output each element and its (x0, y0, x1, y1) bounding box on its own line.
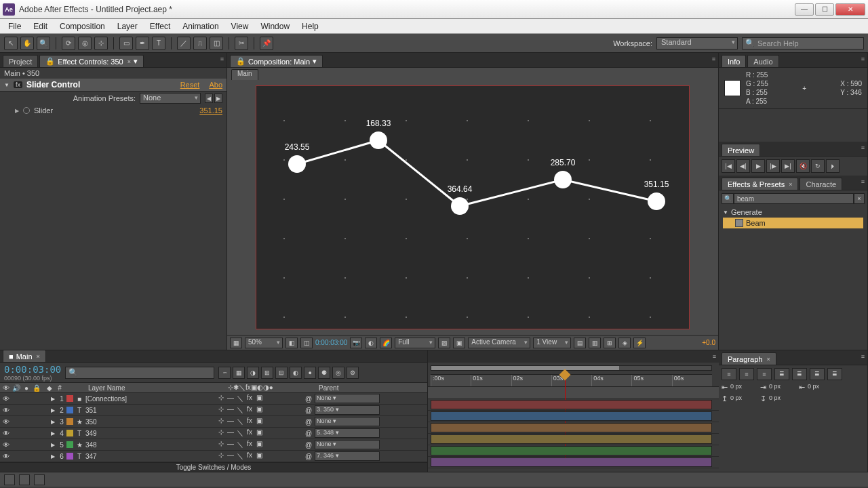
snapshot-icon[interactable]: 📷 (350, 338, 362, 348)
shape-tool-icon[interactable]: ▭ (119, 37, 133, 50)
align-left-icon[interactable]: ≡ (722, 368, 736, 380)
menu-composition[interactable]: Composition (54, 20, 111, 33)
visibility-icon[interactable]: 👁 (1, 453, 11, 460)
visibility-icon[interactable]: 👁 (1, 395, 11, 403)
align-right-icon[interactable]: ≡ (757, 368, 772, 380)
next-frame-icon[interactable]: |▶ (766, 159, 780, 173)
panel-menu-icon[interactable]: ≡ (861, 56, 865, 62)
layer-name[interactable]: 347 (84, 453, 217, 460)
minimize-button[interactable]: — (795, 3, 814, 16)
preset-next-icon[interactable]: ▶ (214, 94, 222, 103)
text-tool-icon[interactable]: T (152, 37, 165, 50)
first-frame-icon[interactable]: |◀ (722, 159, 735, 173)
twirl-right-icon[interactable]: ▶ (15, 108, 19, 114)
graph-node[interactable] (451, 197, 469, 215)
justify-last-right-icon[interactable]: ≣ (810, 368, 825, 380)
play-icon[interactable]: ▶ (751, 159, 765, 173)
layer-name[interactable]: 349 (84, 430, 217, 437)
tl-opt-1-icon[interactable]: ⎓ (218, 367, 231, 379)
tab-audio[interactable]: Audio (747, 55, 778, 67)
parent-dropdown[interactable]: 5. 348 ▾ (315, 428, 380, 438)
ram-preview-icon[interactable]: ⏵ (826, 159, 840, 173)
tab-close-icon[interactable]: × (127, 58, 131, 65)
menu-layer[interactable]: Layer (112, 20, 143, 33)
pickwhip-icon[interactable]: @ (305, 395, 313, 403)
grid-icon[interactable]: ▦ (230, 338, 242, 348)
graph-node[interactable] (288, 155, 306, 173)
graph-node[interactable] (370, 131, 387, 149)
resolution-dropdown[interactable]: Full (395, 338, 435, 348)
visibility-icon[interactable]: 👁 (1, 441, 11, 449)
parent-dropdown[interactable]: None ▾ (315, 394, 380, 403)
parent-col[interactable]: Parent (316, 384, 391, 392)
layer-switches[interactable]: ⊹—＼fx▣ (217, 428, 305, 438)
pickwhip-icon[interactable]: @ (305, 418, 313, 426)
clear-search-icon[interactable]: × (854, 193, 865, 204)
tl-opt-2-icon[interactable]: ▦ (233, 367, 245, 379)
zoom-tool-icon[interactable]: 🔍 (37, 37, 50, 50)
channel-icon[interactable]: ◐ (365, 338, 377, 348)
layer-switches[interactable]: ⊹—＼fx▣ (217, 451, 305, 461)
tab-info[interactable]: Info (722, 55, 746, 67)
layer-duration-bar[interactable] (431, 423, 712, 432)
help-search-input[interactable]: 🔍 Search Help (742, 37, 864, 49)
layer-duration-bar[interactable] (431, 411, 712, 421)
workspace-dropdown[interactable]: Standard (656, 37, 738, 49)
zoom-dropdown[interactable]: 50% (245, 338, 283, 348)
effects-item-beam[interactable]: Beam (723, 218, 863, 228)
solo-col-icon[interactable]: ● (22, 384, 31, 392)
hand-tool-icon[interactable]: ✋ (20, 37, 34, 50)
graph-node[interactable] (648, 192, 665, 210)
pickwhip-icon[interactable]: @ (305, 453, 313, 460)
num-col[interactable]: # (55, 384, 64, 392)
mute-icon[interactable]: 🔇 (796, 159, 810, 173)
composition-viewer[interactable]: ↖ 243.55168.33364.64285.70351.15 (227, 80, 718, 335)
timeline-search-input[interactable]: 🔍 (65, 367, 214, 379)
timeline-layer-row[interactable]: 👁▶3★350⊹—＼fx▣@None ▾ (0, 416, 427, 428)
timeline-layer-row[interactable]: 👁▶2T351⊹—＼fx▣@3. 350 ▾ (0, 405, 427, 416)
layer-switches[interactable]: ⊹—＼fx▣ (217, 394, 305, 403)
timeline-layer-row[interactable]: 👁▶1■[Connections]⊹—＼fx▣@None ▾ (0, 393, 427, 405)
menu-animation[interactable]: Animation (177, 20, 224, 33)
parent-dropdown[interactable]: None ▾ (315, 440, 380, 449)
preset-prev-icon[interactable]: ◀ (205, 94, 213, 103)
maximize-button[interactable]: ☐ (815, 3, 834, 16)
twirl-right-icon[interactable]: ▶ (49, 453, 57, 460)
space-after-value[interactable]: 0 px (769, 394, 796, 403)
layer-switches[interactable]: ⊹—＼fx▣ (217, 417, 305, 426)
panel-menu-icon[interactable]: ≡ (861, 144, 865, 151)
eye-col-icon[interactable]: 👁 (1, 384, 11, 392)
parent-dropdown[interactable]: 7. 346 ▾ (315, 451, 380, 461)
puppet-tool-icon[interactable]: 📌 (260, 37, 273, 50)
menu-window[interactable]: Window (255, 20, 295, 33)
justify-all-icon[interactable]: ≣ (827, 368, 842, 380)
slider-value[interactable]: 351.15 (199, 106, 222, 115)
tl-opt-4-icon[interactable]: ⊞ (261, 367, 273, 379)
fast-preview-icon[interactable]: ⚡ (633, 338, 646, 348)
twirl-down-icon[interactable]: ▼ (4, 82, 9, 88)
menu-edit[interactable]: Edit (28, 20, 53, 33)
layer-color-swatch[interactable] (66, 407, 73, 413)
panel-menu-icon[interactable]: ≡ (712, 56, 715, 62)
view-opt-3-icon[interactable]: ⊞ (604, 338, 616, 348)
parent-dropdown[interactable]: 3. 350 ▾ (315, 405, 380, 415)
effects-search-input[interactable] (734, 193, 854, 204)
layer-color-swatch[interactable] (66, 441, 73, 448)
layer-color-swatch[interactable] (66, 430, 73, 436)
tl-opt-3-icon[interactable]: ◑ (247, 367, 259, 379)
indent-first-value[interactable]: 0 px (769, 383, 796, 392)
tl-opt-6-icon[interactable]: ◐ (290, 367, 302, 379)
fx-badge[interactable]: fx (14, 81, 22, 88)
tab-close-icon[interactable]: × (789, 181, 792, 188)
color-mgmt-icon[interactable]: 🌈 (380, 338, 392, 348)
justify-last-center-icon[interactable]: ≣ (792, 368, 807, 380)
stopwatch-icon[interactable] (23, 107, 30, 114)
pen-tool-icon[interactable]: ✒ (136, 37, 149, 50)
panel-menu-icon[interactable]: ≡ (713, 353, 716, 360)
status-icon-3[interactable] (34, 474, 45, 485)
camera-dropdown[interactable]: Active Camera (468, 338, 530, 348)
roto-tool-icon[interactable]: ✂ (235, 37, 248, 50)
current-time[interactable]: 0:00:03:00 (315, 339, 347, 346)
tab-paragraph[interactable]: Paragraph × (722, 352, 776, 365)
layer-name[interactable]: 350 (84, 418, 217, 426)
